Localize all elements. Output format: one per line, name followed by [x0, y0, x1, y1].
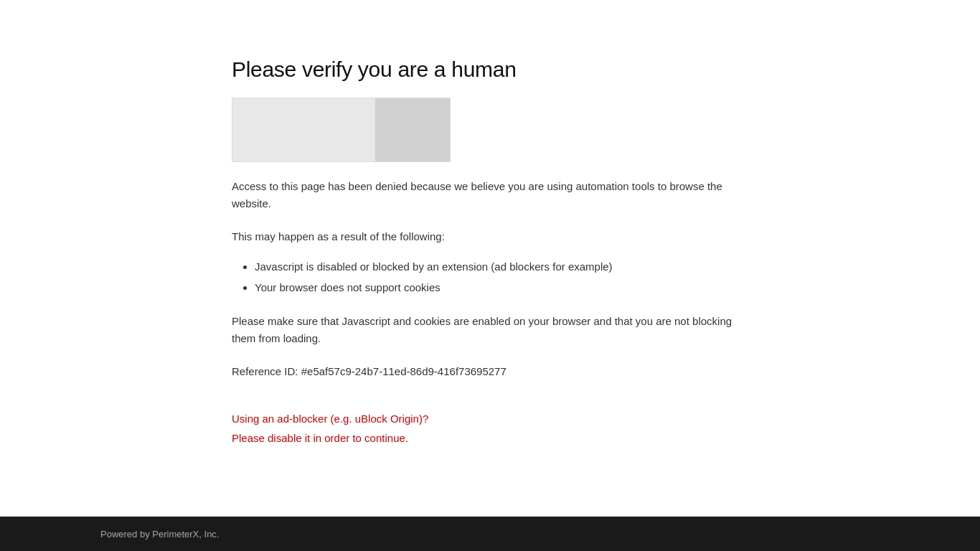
reference-id: Reference ID: #e5af57c9-24b7-11ed-86d9-4… — [232, 363, 748, 380]
reason-item-2: Your browser does not support cookies — [255, 278, 748, 297]
access-denied-text: Access to this page has been denied beca… — [232, 178, 748, 212]
captcha-widget[interactable] — [232, 98, 451, 162]
footer: Powered by PerimeterX, Inc. — [0, 517, 980, 551]
reason-item-1: Javascript is disabled or blocked by an … — [255, 257, 748, 276]
adblocker-line1: Using an ad-blocker (e.g. uBlock Origin)… — [232, 409, 748, 428]
make-sure-text: Please make sure that Javascript and coo… — [232, 313, 748, 347]
captcha-left — [232, 98, 375, 161]
footer-text: Powered by PerimeterX, Inc. — [100, 529, 219, 540]
footer-perimeterx-link[interactable]: PerimeterX — [152, 529, 199, 540]
footer-powered-by: Powered by — [100, 529, 152, 540]
adblocker-notice: Using an ad-blocker (e.g. uBlock Origin)… — [232, 409, 748, 448]
captcha-right — [375, 98, 450, 161]
page-title: Please verify you are a human — [232, 57, 748, 82]
adblocker-line2: Please disable it in order to continue. — [232, 428, 748, 448]
may-happen-text: This may happen as a result of the follo… — [232, 228, 748, 245]
main-content: Please verify you are a human Access to … — [131, 0, 849, 517]
reasons-list: Javascript is disabled or blocked by an … — [232, 257, 748, 297]
footer-inc: , Inc. — [199, 529, 219, 540]
